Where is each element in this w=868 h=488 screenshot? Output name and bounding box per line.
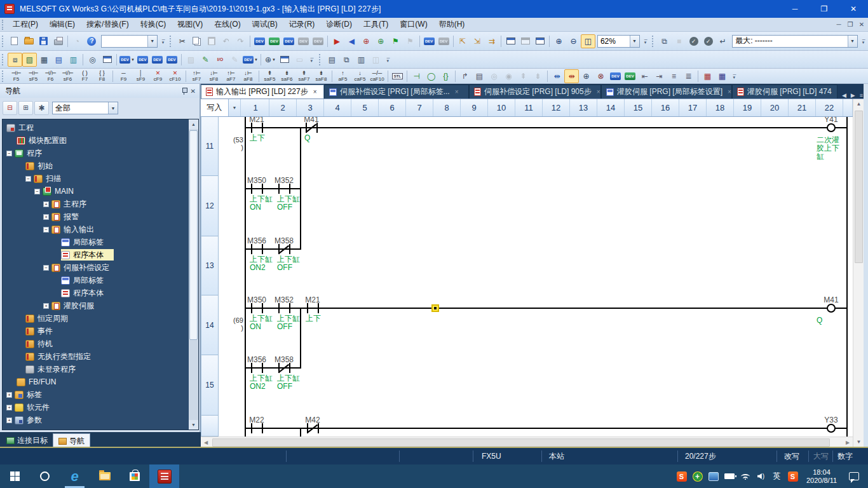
tree-expander-icon[interactable]: − (34, 189, 40, 194)
pulse-nc-contact-or[interactable]: ⇞saF7 (295, 69, 313, 83)
highlight[interactable]: ▭ (292, 53, 307, 67)
volume-tray-button[interactable]: ) (753, 464, 769, 488)
tree-filter-select[interactable]: 全部 ▼ (52, 102, 118, 114)
verify[interactable]: DEV (311, 34, 325, 48)
scrollbar-thumb[interactable] (212, 438, 830, 447)
statement-display[interactable]: ▨ (184, 53, 198, 67)
menu-item-转换[interactable]: 转换(C) (135, 18, 172, 32)
tree-item-待机[interactable]: 待机 (3, 337, 188, 350)
contact-M358[interactable] (289, 363, 290, 373)
menu-item-编辑[interactable]: 编辑(E) (44, 18, 81, 32)
cross-wire[interactable]: ⇹ (564, 69, 579, 83)
settings-gear-button[interactable]: ✱ (34, 101, 49, 115)
watch-stop-all[interactable]: ■ (672, 34, 686, 48)
find-contact[interactable]: ◎ (487, 69, 501, 83)
edit-label[interactable]: ✎ (198, 53, 213, 67)
tree-item-标签[interactable]: +标签 (3, 388, 188, 401)
pulse-nc-close-or[interactable]: ⇟saF8 (313, 69, 330, 83)
apply-setting[interactable]: ↵ (715, 34, 730, 48)
antivirus-tray-button[interactable]: + (689, 464, 705, 488)
scrollbar-thumb[interactable] (855, 111, 863, 263)
window-cascade[interactable] (503, 34, 518, 48)
device-display[interactable]: DEV (608, 69, 623, 83)
tree-item-扫描[interactable]: −扫描 (3, 172, 188, 185)
contact-M352[interactable] (289, 303, 290, 313)
tree-item-参数[interactable]: +参数 (3, 414, 188, 426)
shift-right[interactable]: ⇥ (652, 69, 667, 83)
history[interactable]: ◔ (70, 34, 85, 48)
open-contact-or[interactable]: ⊣⊢sF5 (25, 69, 42, 83)
quick-find-combo[interactable]: ▼ (101, 35, 158, 48)
horizontal-line[interactable]: ─F9 (115, 69, 132, 83)
tree-item-恒定周期[interactable]: 恒定周期 (3, 312, 188, 325)
tree-expander-icon[interactable]: − (25, 176, 31, 182)
menu-item-在线[interactable]: 在线(O) (208, 18, 246, 32)
cut[interactable]: ✂ (175, 34, 189, 48)
coil[interactable]: ( )F7 (76, 69, 93, 83)
tab-nav-right-icon[interactable]: ▶ (851, 92, 855, 98)
document-tab-5[interactable]: 灌胶伺服 [PRG] [LD] 474 (732, 85, 837, 98)
device-find[interactable]: DEV (150, 53, 165, 67)
convert-block[interactable]: ↱ (458, 69, 472, 83)
search-button[interactable] (30, 464, 60, 488)
contact-M350[interactable] (251, 184, 252, 194)
menu-item-工程[interactable]: 工程(P) (7, 18, 44, 32)
contact-M350[interactable] (262, 184, 263, 194)
minimize-button[interactable]: ─ (780, 0, 810, 18)
shift-left[interactable]: ⇤ (637, 69, 652, 83)
tree-item-工程[interactable]: 工程 (3, 121, 188, 134)
insert-row[interactable]: ⇞ (516, 69, 531, 83)
help[interactable]: ? (85, 34, 99, 48)
menu-item-工具[interactable]: 工具(T) (358, 18, 394, 32)
device-buffer-monitor[interactable]: DEV (437, 34, 451, 48)
undo[interactable]: ↶ (219, 34, 233, 48)
tree-expander-icon[interactable]: − (43, 227, 49, 233)
tree-expander-icon[interactable]: + (6, 405, 12, 410)
output-window[interactable]: ▤ (51, 53, 66, 67)
zoom-in[interactable]: ⊕ (552, 34, 566, 48)
toolbar-overflow-button[interactable]: ─▾ (731, 70, 738, 83)
statement-list[interactable]: ▤ (472, 69, 487, 83)
start-button[interactable] (0, 464, 30, 488)
device-list[interactable]: DEV▼ (119, 53, 135, 67)
progress-window[interactable]: ▥ (66, 53, 81, 67)
tree-item-无执行类型指定[interactable]: 无执行类型指定 (3, 350, 188, 363)
edit-mode-cell[interactable]: 写入 (201, 99, 229, 116)
notification-center-icon[interactable] (849, 472, 859, 480)
tree-expander-icon[interactable]: + (43, 201, 49, 207)
find-device[interactable]: ⊕▼ (263, 53, 278, 67)
tree-expander-icon[interactable]: − (6, 151, 12, 156)
new-project[interactable] (7, 34, 22, 48)
tree-item-未登录程序[interactable]: 未登录程序 (3, 363, 188, 376)
edit-comment[interactable]: ✎ (227, 53, 242, 67)
copy[interactable] (189, 34, 204, 48)
edit-contact[interactable]: ⊣ (409, 69, 424, 83)
tab-nav-left-icon[interactable]: ◀ (842, 92, 846, 98)
ladder-zoom-in[interactable]: ⊕ (579, 69, 593, 83)
io-assignment[interactable]: I/O (213, 53, 227, 67)
tree-item-输入输出[interactable]: −输入输出 (3, 223, 188, 236)
contact-M356[interactable] (262, 363, 263, 373)
tree-item-程序[interactable]: −程序 (3, 147, 188, 159)
device-comment[interactable]: DEV (135, 53, 150, 67)
ladder-canvas[interactable]: (53)M21上下M41QY41二次灌胶上下缸M350上下缸ONM352上下缸O… (219, 117, 853, 437)
pin-icon[interactable] (182, 87, 187, 95)
edit-mode-dropdown[interactable]: ▼ (229, 99, 241, 116)
contact-M356[interactable] (251, 244, 252, 254)
zoom-level-combo[interactable]: 62%▼ (597, 35, 640, 48)
tree-item-程序本体[interactable]: 程序本体 (3, 248, 188, 261)
insert-wire[interactable]: ⇹ (550, 69, 564, 83)
rung-number-15[interactable]: 15 (201, 355, 219, 416)
fit-width[interactable]: ◫ (581, 34, 595, 48)
print[interactable] (51, 34, 65, 48)
contact-M352[interactable] (278, 303, 280, 313)
maximize-button[interactable]: ❐ (810, 0, 839, 18)
run[interactable]: ▶ (330, 34, 344, 48)
inline-st[interactable]: STL (390, 69, 405, 83)
child-restore-button[interactable]: ❐ (845, 21, 855, 28)
tab-close-icon[interactable]: × (313, 88, 317, 95)
device-tree[interactable]: DEV (165, 53, 179, 67)
tree-item-局部标签[interactable]: 局部标签 (3, 274, 188, 287)
delete-row[interactable]: ⇟ (531, 69, 545, 83)
falling-pulse[interactable]: ↓caF5 (351, 69, 369, 83)
